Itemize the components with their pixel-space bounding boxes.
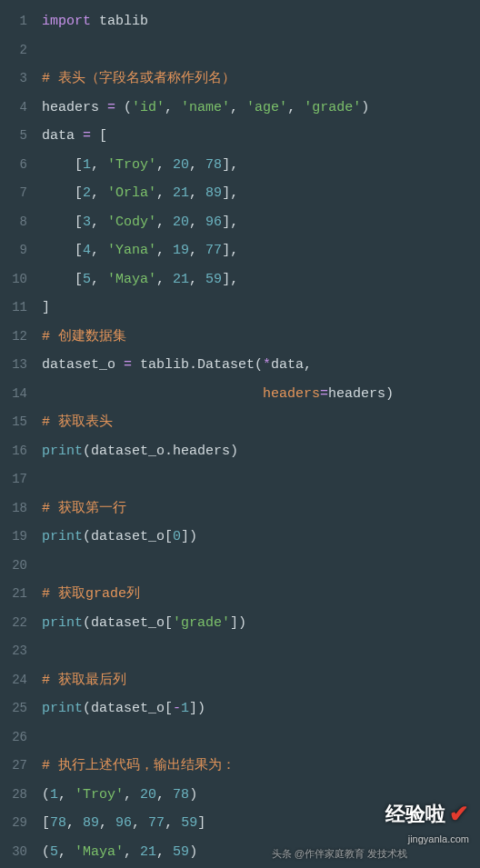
code-line[interactable]: [4, 'Yana', 19, 77], bbox=[42, 236, 480, 265]
token-string: 'name' bbox=[181, 100, 230, 115]
token-string: 'Maya' bbox=[107, 272, 156, 287]
code-line[interactable]: print(dataset_o['grade']) bbox=[42, 609, 480, 638]
code-line[interactable]: # 执行上述代码，输出结果为： bbox=[42, 752, 480, 781]
token-punct: , bbox=[230, 100, 246, 115]
token-comment: # 获取表头 bbox=[42, 414, 113, 430]
token-op: = bbox=[320, 386, 328, 402]
token-number: 78 bbox=[173, 787, 189, 803]
code-line[interactable]: [2, 'Orla', 21, 89], bbox=[42, 179, 480, 208]
token-number: 5 bbox=[83, 272, 91, 287]
token-punct: , bbox=[99, 815, 115, 831]
code-line[interactable]: # 获取表头 bbox=[42, 408, 480, 437]
token-punct: , bbox=[156, 157, 173, 173]
line-number: 6 bbox=[0, 151, 36, 180]
code-line[interactable]: # 获取第一行 bbox=[42, 494, 480, 524]
token-punct: , bbox=[91, 243, 107, 258]
token-number: 20 bbox=[173, 157, 189, 173]
token-punct: , bbox=[91, 185, 107, 201]
code-area[interactable]: import tablib# 表头（字段名或者称作列名）headers = ('… bbox=[36, 0, 480, 868]
token-punct: , bbox=[124, 844, 140, 860]
line-number: 1 bbox=[0, 7, 36, 36]
token-punct: , bbox=[58, 787, 75, 803]
token-op: * bbox=[263, 357, 271, 373]
token-punct: , bbox=[165, 100, 181, 115]
token-punct: , bbox=[156, 844, 173, 860]
code-line[interactable] bbox=[42, 552, 480, 581]
code-line[interactable]: # 获取最后列 bbox=[42, 666, 480, 695]
token-number: 89 bbox=[205, 185, 222, 201]
token-punct: [ bbox=[42, 815, 50, 831]
token-string: 'grade' bbox=[304, 100, 361, 115]
code-line[interactable]: import tablib bbox=[42, 7, 480, 36]
token-number: 19 bbox=[173, 243, 189, 258]
token-func: print bbox=[42, 444, 83, 459]
line-number: 17 bbox=[0, 465, 36, 494]
token-op: - bbox=[173, 701, 181, 716]
token-ident: data bbox=[42, 128, 83, 144]
code-line[interactable]: dataset_o = tablib.Dataset(*data, bbox=[42, 351, 480, 380]
code-line[interactable]: print(dataset_o.headers) bbox=[42, 437, 480, 466]
code-line[interactable]: print(dataset_o[0]) bbox=[42, 523, 480, 552]
token-string: 'Cody' bbox=[107, 215, 156, 230]
line-number: 30 bbox=[0, 838, 36, 867]
code-line[interactable]: # 获取grade列 bbox=[42, 580, 480, 609]
code-line[interactable]: [3, 'Cody', 20, 96], bbox=[42, 208, 480, 237]
line-number: 23 bbox=[0, 637, 36, 666]
code-line[interactable]: headers=headers) bbox=[42, 380, 480, 409]
token-ident: data, bbox=[271, 357, 312, 373]
token-number: 59 bbox=[205, 272, 222, 287]
code-line[interactable]: # 表头（字段名或者称作列名） bbox=[42, 65, 480, 94]
token-string: 'Maya' bbox=[75, 844, 124, 860]
check-icon: ✔ bbox=[449, 800, 469, 828]
token-string: 'age' bbox=[246, 100, 287, 115]
token-string: 'Orla' bbox=[107, 185, 156, 201]
token-punct: , bbox=[189, 272, 205, 287]
line-number: 11 bbox=[0, 294, 36, 323]
code-line[interactable]: [5, 'Maya', 21, 59], bbox=[42, 265, 480, 294]
code-line[interactable] bbox=[42, 36, 480, 65]
token-ident: headers) bbox=[328, 386, 394, 402]
token-comment: # 获取最后列 bbox=[42, 673, 126, 688]
code-line[interactable]: [1, 'Troy', 20, 78], bbox=[42, 151, 480, 180]
token-number: 0 bbox=[173, 529, 181, 544]
code-line[interactable] bbox=[42, 637, 480, 666]
token-number: 89 bbox=[83, 815, 99, 831]
line-number: 8 bbox=[0, 208, 36, 237]
line-number: 19 bbox=[0, 523, 36, 552]
code-line[interactable]: data = [ bbox=[42, 122, 480, 151]
token-punct: ] bbox=[197, 815, 205, 831]
token-ident: tablib.Dataset( bbox=[140, 357, 263, 373]
token-punct: , bbox=[58, 844, 75, 860]
token-number: 3 bbox=[83, 215, 91, 230]
token-op: = bbox=[83, 128, 99, 144]
code-line[interactable]: # 创建数据集 bbox=[42, 323, 480, 352]
line-number: 20 bbox=[0, 552, 36, 581]
watermark-toutiao: 头条 @作伴家庭教育 发技术栈 bbox=[272, 847, 407, 861]
line-gutter: 1234567891011121314151617181920212223242… bbox=[0, 0, 36, 868]
token-comment: # 表头（字段名或者称作列名） bbox=[42, 71, 235, 86]
code-line[interactable] bbox=[42, 723, 480, 753]
code-editor[interactable]: 1234567891011121314151617181920212223242… bbox=[0, 0, 480, 868]
token-keyword: import bbox=[42, 14, 99, 29]
token-comment: # 获取第一行 bbox=[42, 501, 126, 516]
watermark-text: 经验啦 bbox=[385, 801, 445, 828]
token-punct: , bbox=[91, 272, 107, 287]
token-comment: # 获取grade列 bbox=[42, 586, 140, 602]
token-number: 4 bbox=[83, 243, 91, 258]
token-number: 77 bbox=[205, 243, 222, 258]
token-punct: [ bbox=[42, 215, 83, 230]
line-number: 29 bbox=[0, 809, 36, 838]
line-number: 5 bbox=[0, 122, 36, 151]
line-number: 26 bbox=[0, 723, 36, 753]
token-number: 21 bbox=[140, 844, 156, 860]
code-line[interactable]: ] bbox=[42, 294, 480, 323]
token-ident: headers bbox=[42, 100, 107, 115]
token-punct: , bbox=[156, 243, 173, 258]
token-ident: (dataset_o[ bbox=[83, 615, 173, 631]
token-punct: ) bbox=[361, 100, 369, 115]
code-line[interactable] bbox=[42, 465, 480, 494]
line-number: 9 bbox=[0, 236, 36, 265]
code-line[interactable]: headers = ('id', 'name', 'age', 'grade') bbox=[42, 94, 480, 123]
token-punct: [ bbox=[42, 157, 83, 173]
code-line[interactable]: print(dataset_o[-1]) bbox=[42, 694, 480, 723]
